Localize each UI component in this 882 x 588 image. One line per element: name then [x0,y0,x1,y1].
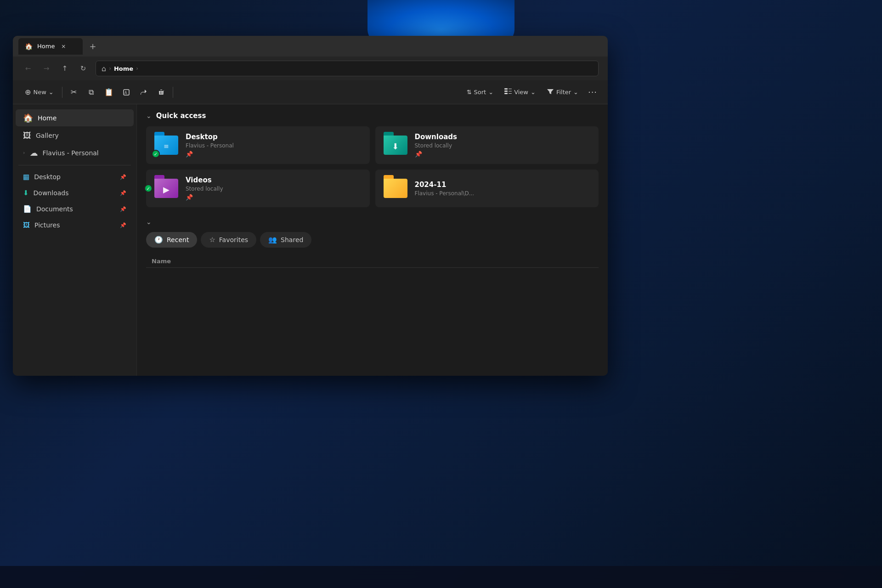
sidebar-flavius-label: Flavius - Personal [42,149,98,157]
videos-folder-pin-icon: 📌 [186,194,362,201]
sidebar-item-downloads[interactable]: ⬇ Downloads 📌 [16,185,134,201]
videos-folder-play-icon: ▶ [163,185,170,194]
filter-button[interactable]: Filter ⌄ [542,85,583,100]
favorites-tab-label: Favorites [219,236,248,243]
copy-button[interactable]: ⧉ [84,85,99,100]
favorites-tab-icon: ☆ [209,236,215,244]
folder-card-desktop[interactable]: ≡ ✓ Desktop Flavius - Personal 📌 [146,126,370,164]
folder-card-2024-11[interactable]: 2024-11 Flavius - Personal\D... [375,170,599,207]
desktop-pin-icon: 📌 [120,174,126,180]
content-area: 🏠 Home 🖼 Gallery › ☁ Flavius - Personal … [13,104,608,376]
videos-folder-subtitle: Stored locally [186,186,362,192]
2024-folder-shape [384,179,407,198]
sidebar-item-desktop[interactable]: ▦ Desktop 📌 [16,169,134,185]
sidebar-item-documents[interactable]: 📄 Documents 📌 [16,201,134,217]
up-button[interactable]: ↑ [57,61,73,76]
filter-tabs: 🕐 Recent ☆ Favorites 👥 Shared [146,232,599,248]
quick-access-chevron[interactable]: ⌄ [146,112,152,119]
cut-button[interactable]: ✂ [66,85,82,100]
sort-icon: ⇅ [467,89,472,96]
folder-card-videos[interactable]: ▶ Videos Stored locally 📌 ✓ [146,170,370,207]
forward-button[interactable]: → [39,61,54,76]
sidebar-documents-label: Documents [36,205,73,213]
filter-tab-shared[interactable]: 👥 Shared [260,232,311,248]
address-home-icon: ⌂ [102,64,106,73]
delete-button[interactable] [153,85,169,100]
filter-tab-recent[interactable]: 🕐 Recent [146,232,197,248]
svg-rect-5 [509,89,512,89]
shared-tab-label: Shared [281,236,303,243]
sidebar-item-gallery[interactable]: 🖼 Gallery [16,127,134,144]
svg-rect-3 [504,90,508,92]
view-label: View [514,89,528,96]
refresh-button[interactable]: ↻ [75,61,91,76]
tab-home-icon: 🏠 [25,43,33,50]
videos-folder-name: Videos [186,176,362,184]
filter-label: Filter [556,89,571,96]
sidebar-item-flavius[interactable]: › ☁ Flavius - Personal [16,144,134,161]
address-bar[interactable]: ⌂ › Home › [96,61,599,76]
title-bar: 🏠 Home × + [13,36,608,57]
rename-button[interactable]: A [119,85,134,100]
more-button[interactable]: ··· [585,85,600,100]
new-icon: ⊕ [25,88,31,96]
paste-button[interactable]: 📋 [101,85,117,100]
back-button[interactable]: ← [20,61,36,76]
downloads-folder-icon-wrapper: ⬇ [383,133,408,157]
sort-chevron: ⌄ [488,89,493,96]
desktop-folder-name: Desktop [186,133,362,141]
desktop-status-badge: ✓ [152,150,160,158]
table-header-name: Name [146,255,599,268]
view-chevron: ⌄ [531,89,536,96]
documents-sidebar-icon: 📄 [23,205,32,213]
2024-folder-subtitle: Flavius - Personal\D... [415,190,592,197]
filter-tab-favorites[interactable]: ☆ Favorites [201,232,256,248]
home-sidebar-icon: 🏠 [23,113,33,123]
filter-chevron: ⌄ [573,89,578,96]
flavius-cloud-icon: ☁ [29,148,38,158]
flavius-chevron-icon: › [23,150,25,156]
desktop-folder-pin-icon: 📌 [186,151,362,158]
tab-close-button[interactable]: × [59,42,68,51]
documents-pin-icon: 📌 [120,206,126,212]
quick-access-grid: ≡ ✓ Desktop Flavius - Personal 📌 ⬇ [146,126,599,207]
svg-rect-7 [509,93,512,94]
downloads-folder-shape: ⬇ [384,136,407,155]
new-button[interactable]: ⊕ New ⌄ [20,85,58,100]
svg-text:A: A [124,91,127,95]
view-icon [504,88,512,96]
recent-section-chevron[interactable]: ⌄ [146,218,152,226]
view-button[interactable]: View ⌄ [500,85,540,100]
sidebar-gallery-label: Gallery [36,132,59,139]
sort-button[interactable]: ⇅ Sort ⌄ [462,85,498,100]
folder-card-downloads[interactable]: ⬇ Downloads Stored locally 📌 [375,126,599,164]
videos-folder-info: Videos Stored locally 📌 [186,176,362,201]
tab-title: Home [37,43,55,50]
sidebar-desktop-label: Desktop [34,173,61,181]
downloads-folder-pin-icon: 📌 [415,151,592,158]
toolbar-separator-1 [62,87,62,98]
taskbar [0,566,882,588]
svg-rect-6 [509,91,512,91]
pictures-sidebar-icon: 🖼 [23,221,30,229]
svg-rect-4 [504,93,508,94]
svg-rect-2 [504,88,508,90]
nav-bar: ← → ↑ ↻ ⌂ › Home › [13,57,608,80]
shared-tab-icon: 👥 [268,236,277,244]
new-tab-button[interactable]: + [85,39,100,54]
sidebar-item-pictures[interactable]: 🖼 Pictures 📌 [16,217,134,233]
desktop-folder-info: Desktop Flavius - Personal 📌 [186,133,362,158]
sidebar-pictures-label: Pictures [34,221,60,229]
gallery-sidebar-icon: 🖼 [23,130,31,140]
explorer-tab[interactable]: 🏠 Home × [18,38,83,55]
downloads-folder-info: Downloads Stored locally 📌 [415,133,592,158]
share-button[interactable] [136,85,152,100]
downloads-folder-arrow-icon: ⬇ [392,141,399,151]
downloads-folder-name: Downloads [415,133,592,141]
sidebar-item-home[interactable]: 🏠 Home [16,109,134,126]
sidebar-home-label: Home [38,114,57,122]
sidebar-divider [18,165,131,165]
main-panel: ⌄ Quick access ≡ ✓ Desktop Flavius - Per… [137,104,608,376]
explorer-window: 🏠 Home × + ← → ↑ ↻ ⌂ › Home › ⊕ New ⌄ ✂ … [13,36,608,376]
recent-section-header: ⌄ [146,218,599,226]
